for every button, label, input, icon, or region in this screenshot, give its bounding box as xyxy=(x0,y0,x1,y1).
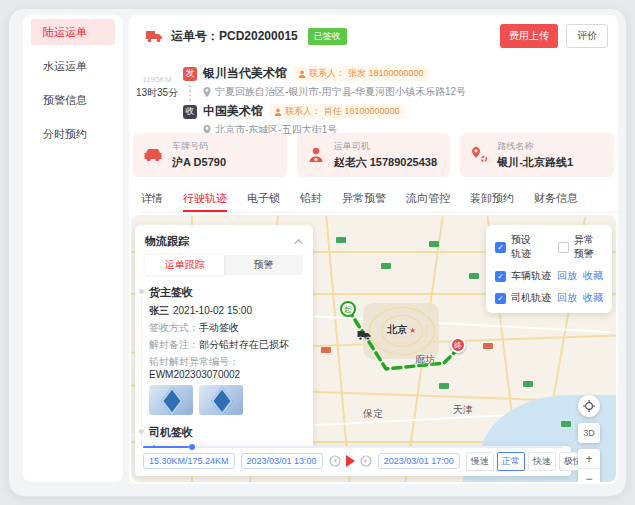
tab-e-lock[interactable]: 电子锁 xyxy=(247,187,280,212)
preset-track-label: 预设轨迹 xyxy=(511,233,540,261)
map-zoom-control: + − xyxy=(578,449,600,482)
driver-icon xyxy=(307,146,325,164)
route-name-card: 路线名称 银川-北京路线1 xyxy=(460,133,614,177)
fee-upload-button[interactable]: 费用上传 xyxy=(500,24,558,48)
speed-slow[interactable]: 慢速 xyxy=(466,452,494,471)
field-value: EWM202303070002 xyxy=(149,369,240,380)
collapse-chevron-icon[interactable] xyxy=(294,239,302,247)
tab-finance-info[interactable]: 财务信息 xyxy=(534,187,578,212)
route-name-value: 银川-北京路线1 xyxy=(497,155,573,170)
sidebar-item-land-waybill[interactable]: 陆运运单 xyxy=(31,19,115,45)
tab-details[interactable]: 详情 xyxy=(141,187,163,212)
evaluate-button[interactable]: 评价 xyxy=(566,24,608,48)
timeline-dot xyxy=(138,288,145,295)
plate-value: 沪A D5790 xyxy=(172,155,226,170)
playback-bar: 15.30KM/175.24KM 2023/03/01 13:00 2023/0… xyxy=(135,446,571,476)
field-label: 签收方式： xyxy=(149,322,199,333)
truck-position-marker[interactable] xyxy=(357,327,372,345)
tab-driving-track[interactable]: 行驶轨迹 xyxy=(183,187,227,212)
origin-address: 宁夏回族自治区-银川市-用宁县-华夏河图小镇禾乐路12号 xyxy=(215,85,466,99)
contact-label: 联系人： xyxy=(309,67,345,80)
truck-icon xyxy=(145,29,163,43)
vehicle-icon xyxy=(143,147,163,163)
origin-contact: 张发 18100000000 xyxy=(348,67,424,80)
start-time-box[interactable]: 2023/03/01 13:00 xyxy=(241,453,323,469)
entry-person: 张三 xyxy=(149,305,169,316)
waybill-label-text: 运单号： xyxy=(171,29,219,43)
route-icon xyxy=(470,146,488,164)
tab-flow-control[interactable]: 流向管控 xyxy=(406,187,450,212)
route-summary: 1195KM 13时35分 发 银川当代美术馆 联系人：张发 181000000… xyxy=(133,59,608,131)
zoom-in-button[interactable]: + xyxy=(578,449,600,469)
preset-track-checkbox[interactable]: ✓ xyxy=(495,242,506,253)
speed-fast[interactable]: 快速 xyxy=(528,452,556,471)
vehicle-replay-link[interactable]: 回放 xyxy=(557,269,577,283)
destination-contact: 肖任 18100000000 xyxy=(324,105,400,118)
route-duration: 13时35分 xyxy=(135,86,179,100)
tab-abnormal-alert[interactable]: 异常预警 xyxy=(342,187,386,212)
tracking-panel-title: 物流跟踪 xyxy=(145,234,189,249)
origin-address-row: 宁夏回族自治区-银川市-用宁县-华夏河图小镇禾乐路12号 xyxy=(203,85,608,99)
contact-label: 联系人： xyxy=(285,105,321,118)
waybill-number: PCD20200015 xyxy=(219,29,298,43)
tab-lead-seal[interactable]: 铅封 xyxy=(300,187,322,212)
capital-star-icon: ★ xyxy=(409,326,416,335)
timeline-entry: 货主签收 张三2021-10-02 15:00 签收方式：手动签收 解封备注：部… xyxy=(149,285,303,415)
origin-badge-icon: 发 xyxy=(183,67,197,81)
map-3d-button[interactable]: 3D xyxy=(578,423,600,443)
city-label-langfang: 廊坊 xyxy=(415,353,435,367)
tab-waybill-tracking[interactable]: 运单跟踪 xyxy=(145,255,224,275)
origin-name: 银川当代美术馆 xyxy=(203,65,287,82)
entry-title: 货主签收 xyxy=(149,285,303,300)
abnormal-alert-checkbox[interactable] xyxy=(558,242,569,253)
progress-fill xyxy=(143,446,189,448)
sidebar-item-alert-info[interactable]: 预警信息 xyxy=(31,87,115,113)
driver-track-checkbox[interactable]: ✓ xyxy=(495,293,506,304)
tracking-tabs: 运单跟踪 预警 xyxy=(145,255,303,275)
locate-button[interactable] xyxy=(578,395,600,417)
field-label: 解封备注： xyxy=(149,339,199,350)
driver-label: 运单司机 xyxy=(334,140,437,153)
speed-normal[interactable]: 正常 xyxy=(497,452,525,471)
route-distance-duration: 1195KM 13时35分 xyxy=(135,75,179,100)
progress-knob[interactable] xyxy=(189,444,195,450)
waybill-header: 运单号：PCD20200015 已签收 费用上传 评价 xyxy=(129,23,618,49)
map-canvas[interactable]: 起 终 北京★ 廊坊 保定 天津 ✓ 预设轨迹 异常预警 ✓ xyxy=(131,215,616,482)
driver-favorite-link[interactable]: 收藏 xyxy=(583,291,603,305)
sidebar-item-water-waybill[interactable]: 水运运单 xyxy=(31,53,115,79)
progress-slider[interactable] xyxy=(143,446,563,448)
waybill-label: 运单号：PCD20200015 xyxy=(171,28,298,45)
location-pin-icon xyxy=(203,87,211,97)
speed-selector: 慢速 正常 快速 极快 xyxy=(466,452,587,471)
person-icon xyxy=(298,70,306,78)
track-legend-panel: ✓ 预设轨迹 异常预警 ✓ 车辆轨迹 回放收藏 ✓ 司机轨迹 回放收藏 xyxy=(486,225,612,313)
detail-tabs: 详情 行驶轨迹 电子锁 铅封 异常预警 流向管控 装卸预约 财务信息 xyxy=(141,187,618,213)
driver-replay-link[interactable]: 回放 xyxy=(557,291,577,305)
tracking-timeline: 货主签收 张三2021-10-02 15:00 签收方式：手动签收 解封备注：部… xyxy=(149,285,303,455)
person-icon xyxy=(274,108,282,116)
driver-track-label: 司机轨迹 xyxy=(511,291,551,305)
attachment-thumbnail[interactable] xyxy=(199,385,243,415)
entry-title: 司机签收 xyxy=(149,425,303,440)
tab-loading-booking[interactable]: 装卸预约 xyxy=(470,187,514,212)
plate-label: 车牌号码 xyxy=(172,140,226,153)
end-time-box[interactable]: 2023/03/01 17:00 xyxy=(378,453,460,469)
abnormal-alert-label: 异常预警 xyxy=(574,233,603,261)
route-end-marker[interactable]: 终 xyxy=(450,337,466,353)
vehicle-favorite-link[interactable]: 收藏 xyxy=(583,269,603,283)
driver-value: 赵老六 15789025438 xyxy=(334,155,437,170)
attachment-thumbnail[interactable] xyxy=(149,385,193,415)
origin-stop: 发 银川当代美术馆 联系人：张发 18100000000 宁夏回族自治区-银川市… xyxy=(183,65,608,99)
zoom-out-button[interactable]: − xyxy=(578,469,600,482)
route-distance: 1195KM xyxy=(135,75,179,84)
tab-warning[interactable]: 预警 xyxy=(224,255,303,275)
origin-contact-chip: 联系人：张发 18100000000 xyxy=(293,66,429,81)
vehicle-track-checkbox[interactable]: ✓ xyxy=(495,271,506,282)
step-backward-icon[interactable] xyxy=(329,455,341,467)
crosshair-icon xyxy=(583,400,595,412)
sidebar-item-time-booking[interactable]: 分时预约 xyxy=(31,121,115,147)
play-button[interactable] xyxy=(346,455,355,467)
route-start-marker[interactable]: 起 xyxy=(340,301,356,317)
vehicle-track-label: 车辆轨迹 xyxy=(511,269,551,283)
step-forward-icon[interactable] xyxy=(360,455,372,467)
